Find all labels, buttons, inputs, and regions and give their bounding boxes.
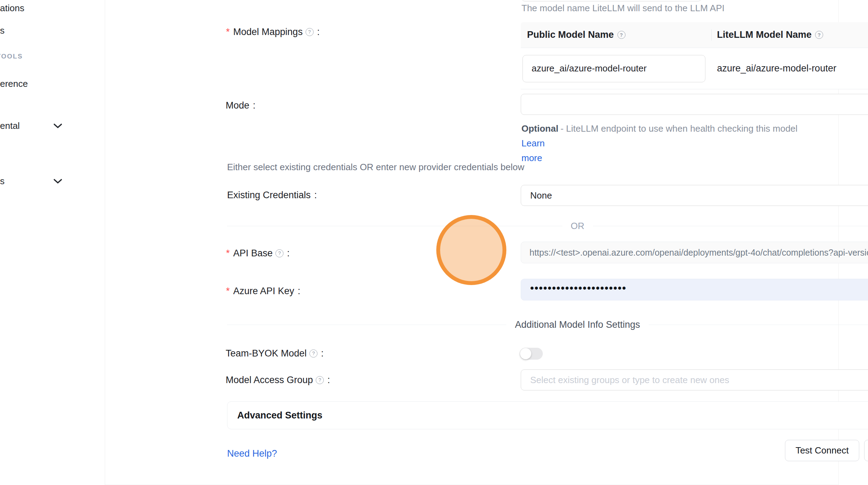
header-text: LiteLLM Model Name xyxy=(717,29,812,40)
table-row: azure_ai/azure-model-router azure_ai/azu… xyxy=(521,48,868,89)
optional-tag: Optional xyxy=(521,123,558,134)
chevron-down-icon[interactable] xyxy=(53,123,62,129)
divider-line xyxy=(649,325,868,325)
colon: : xyxy=(253,99,256,111)
learn-more-link[interactable]: more xyxy=(521,151,823,165)
existing-credentials-select[interactable]: None xyxy=(521,185,868,206)
or-divider: OR xyxy=(227,220,868,232)
colon: : xyxy=(314,189,317,201)
add-model-page: ations s TOOLS erence ental s The model … xyxy=(0,0,868,485)
public-model-name-input[interactable]: azure_ai/azure-model-router xyxy=(522,55,705,82)
api-base-label: * API Base ? : xyxy=(226,247,290,259)
table-header-row: Public Model Name ? LiteLLM Model Name ? xyxy=(521,22,868,48)
required-mark: * xyxy=(226,26,230,38)
toggle-knob xyxy=(520,348,531,359)
sidebar: ations s TOOLS erence ental s xyxy=(0,0,105,485)
model-access-group-placeholder: Select existing groups or type to create… xyxy=(521,375,729,386)
required-mark: * xyxy=(226,285,230,297)
sidebar-item-clipped-5[interactable]: s xyxy=(0,176,5,187)
help-icon[interactable]: ? xyxy=(815,31,823,39)
mode-help-text: Optional- LiteLLM endpoint to use when h… xyxy=(521,121,823,165)
need-help-link[interactable]: Need Help? xyxy=(227,448,277,459)
advanced-settings-title: Advanced Settings xyxy=(237,410,868,421)
api-base-input[interactable]: https://<test>.openai.azure.com/openai/d… xyxy=(521,242,868,263)
additional-settings-divider: Additional Model Info Settings xyxy=(227,318,868,331)
model-mappings-table: Public Model Name ? LiteLLM Model Name ?… xyxy=(521,22,868,89)
azure-api-key-label-text: Azure API Key xyxy=(233,285,294,297)
help-icon[interactable]: ? xyxy=(275,249,283,257)
team-byok-toggle[interactable] xyxy=(520,348,543,360)
mode-help-body: - LiteLLM endpoint to use when health ch… xyxy=(560,123,797,134)
divider-line xyxy=(227,226,562,226)
existing-credentials-label-text: Existing Credentials xyxy=(227,189,311,201)
existing-credentials-label: Existing Credentials : xyxy=(227,189,317,201)
sidebar-item-clipped-4[interactable]: ental xyxy=(0,120,20,131)
model-access-group-select[interactable]: Select existing groups or type to create… xyxy=(521,369,868,390)
mode-label-text: Mode xyxy=(226,99,250,111)
mode-label: Mode : xyxy=(226,99,255,111)
help-icon[interactable]: ? xyxy=(316,376,324,384)
team-byok-label: Team-BYOK Model ? : xyxy=(226,347,324,359)
sidebar-item-clipped-1[interactable]: ations xyxy=(0,3,24,14)
model-access-group-label-text: Model Access Group xyxy=(226,374,313,386)
existing-credentials-value: None xyxy=(521,190,552,201)
masked-api-key: •••••••••••••••••••••• xyxy=(530,285,868,292)
column-divider xyxy=(711,29,712,41)
colon: : xyxy=(287,247,290,259)
mode-select[interactable] xyxy=(521,94,868,115)
team-byok-label-text: Team-BYOK Model xyxy=(226,347,307,359)
colon: : xyxy=(317,26,320,38)
model-access-group-label: Model Access Group ? : xyxy=(226,374,330,386)
test-connect-button[interactable]: Test Connect xyxy=(785,440,859,461)
advanced-settings-panel[interactable]: Advanced Settings xyxy=(227,401,868,429)
add-model-form-card: The model name LiteLLM will send to the … xyxy=(105,0,839,485)
divider-line xyxy=(227,325,506,325)
chevron-down-icon[interactable] xyxy=(53,179,62,184)
divider-line xyxy=(593,226,868,226)
api-base-label-text: API Base xyxy=(233,247,273,259)
header-text: Public Model Name xyxy=(527,29,614,40)
credentials-note: Either select existing credentials OR en… xyxy=(227,162,524,173)
colon: : xyxy=(327,374,330,386)
required-mark: * xyxy=(226,247,230,259)
help-icon[interactable]: ? xyxy=(617,31,626,39)
model-name-note: The model name LiteLLM will send to the … xyxy=(521,3,725,14)
additional-settings-divider-text: Additional Model Info Settings xyxy=(506,319,648,330)
table-header-litellm-model-name: LiteLLM Model Name ? xyxy=(711,29,868,40)
or-divider-text: OR xyxy=(562,221,593,231)
sidebar-section-tools: TOOLS xyxy=(0,53,23,60)
litellm-model-name-value: azure_ai/azure-model-router xyxy=(711,63,868,74)
add-model-button[interactable]: Add Model xyxy=(864,440,868,461)
model-mappings-label: * Model Mappings ? : xyxy=(226,26,320,38)
sidebar-item-clipped-3[interactable]: erence xyxy=(0,78,28,89)
help-icon[interactable]: ? xyxy=(309,349,317,358)
colon: : xyxy=(298,285,301,297)
model-mappings-label-text: Model Mappings xyxy=(233,26,303,38)
sidebar-item-clipped-2[interactable]: s xyxy=(0,25,5,36)
table-header-public-model-name: Public Model Name ? xyxy=(521,29,711,40)
help-icon[interactable]: ? xyxy=(306,28,314,36)
clipped-input-above[interactable] xyxy=(521,0,702,1)
azure-api-key-label: * Azure API Key : xyxy=(226,285,300,297)
colon: : xyxy=(321,347,324,359)
azure-api-key-input[interactable]: •••••••••••••••••••••• xyxy=(521,279,868,300)
learn-more-link[interactable]: Learn xyxy=(521,138,545,148)
